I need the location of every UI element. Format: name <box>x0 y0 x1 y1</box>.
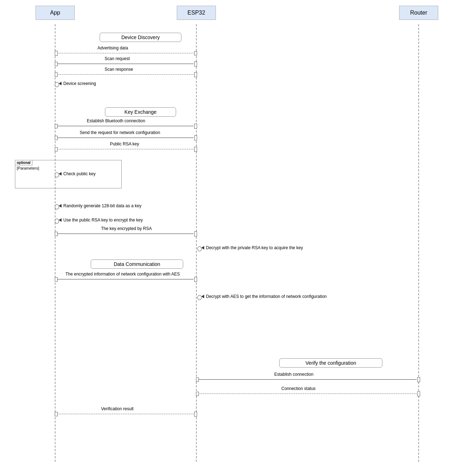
msg-connection-status: Connection status <box>196 390 420 397</box>
msg-check-public-key: Check public key <box>53 171 146 181</box>
optional-param: [Parameters] <box>17 166 39 170</box>
participant-router: Router <box>399 6 438 20</box>
participant-esp32: ESP32 <box>177 6 216 20</box>
msg-establish-bt: Establish Bluetooth connection <box>55 123 197 130</box>
sequence-diagram: App ESP32 Router Device Discovery Advert… <box>0 0 461 476</box>
msg-decrypt-private: Decrypt with the private RSA key to acqu… <box>196 245 349 255</box>
msg-send-network-req: Send the request for network configurati… <box>55 134 197 141</box>
participant-app: App <box>36 6 75 20</box>
msg-device-screening: Device screening <box>53 80 100 91</box>
msg-advertising-data: Advertising data <box>55 50 197 57</box>
msg-verification-result: Verification result <box>55 411 197 418</box>
participant-router-label: Router <box>410 10 427 16</box>
msg-public-rsa-key: Public RSA key <box>55 146 197 153</box>
msg-establish-connection: Establish connection <box>196 376 420 383</box>
participant-app-label: App <box>50 10 60 16</box>
msg-scan-request: Scan request <box>55 60 197 68</box>
optional-label: optional <box>15 160 32 165</box>
msg-decrypt-aes: Decrypt with AES to get the information … <box>196 293 385 304</box>
group-verify-configuration: Verify the configuration <box>279 358 382 368</box>
group-device-discovery: Device Discovery <box>100 33 181 42</box>
msg-scan-response: Scan response <box>55 71 197 78</box>
group-data-communication: Data Communication <box>91 260 183 269</box>
msg-random-generate: Randomly generate 128-bit data as a key <box>53 203 174 213</box>
msg-encrypted-aes: The encrypted information of network con… <box>55 276 197 283</box>
group-key-exchange: Key Exchange <box>105 107 176 117</box>
participant-esp32-label: ESP32 <box>187 10 205 16</box>
msg-key-encrypted-rsa: The key encrypted by RSA <box>55 230 197 237</box>
